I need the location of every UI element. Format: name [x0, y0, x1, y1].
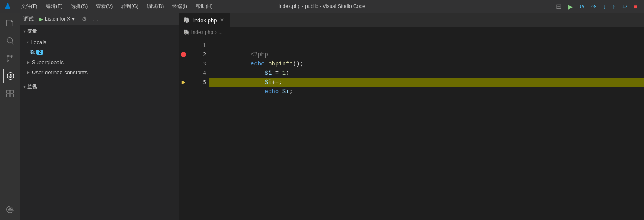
user-defined-label: User defined constants	[32, 69, 88, 76]
svg-rect-7	[7, 90, 10, 93]
superglobals-tree-item[interactable]: ▶ Superglobals	[20, 57, 179, 67]
listen-btn-label: Listen for X	[45, 16, 70, 22]
variables-chevron-icon: ▾	[23, 29, 26, 34]
menu-help[interactable]: 帮助(H)	[192, 2, 216, 11]
debug-panel-label: 调试	[23, 16, 34, 23]
editor-margin: ▶	[179, 37, 188, 220]
title-bar: ♟ 文件(F) 编辑(E) 选择(S) 查看(V) 转到(G) 调试(D) 终端…	[0, 0, 644, 13]
tab-filename: index.php	[193, 17, 217, 24]
breadcrumb: 🐘 index.php › ...	[179, 27, 644, 37]
gear-icon[interactable]: ⚙	[80, 15, 89, 23]
menu-terminal[interactable]: 终端(I)	[169, 2, 190, 11]
more-icon[interactable]: …	[91, 15, 101, 23]
debug-listen-button[interactable]: ▶ Listen for X ▾	[36, 15, 78, 23]
breadcrumb-separator: ›	[215, 29, 217, 35]
main-layout: 调试 ▶ Listen for X ▾ ⚙ … ▾ 变量 ▾ Locals $i…	[0, 13, 644, 220]
restart-button[interactable]: ↺	[577, 3, 587, 11]
svg-point-4	[7, 60, 9, 62]
step-into-button[interactable]: ↓	[600, 3, 608, 11]
menu-edit[interactable]: 编辑(E)	[42, 2, 66, 11]
php-file-icon: 🐘	[184, 17, 191, 24]
toggle-panel-button[interactable]: ⊟	[553, 2, 564, 11]
php-open-tag: <?php	[251, 51, 268, 58]
locals-chevron-icon: ▾	[27, 40, 29, 45]
locals-tree-item[interactable]: ▾ Locals	[20, 37, 179, 47]
tab-bar: 🐘 index.php ✕	[179, 13, 644, 27]
svg-rect-10	[10, 94, 13, 97]
menu-file[interactable]: 文件(F)	[18, 2, 41, 11]
svg-line-1	[12, 42, 13, 44]
php-file-icon-breadcrumb: 🐘	[184, 29, 190, 35]
stop-button[interactable]: ■	[631, 3, 640, 11]
title-bar-left: ♟ 文件(F) 编辑(E) 选择(S) 查看(V) 转到(G) 调试(D) 终端…	[4, 2, 216, 11]
window-title: index.php - public - Visual Studio Code	[279, 3, 365, 9]
svg-rect-9	[7, 94, 10, 97]
debug-toolbar: 调试 ▶ Listen for X ▾ ⚙ …	[20, 13, 179, 25]
line-number-5: 5	[188, 78, 209, 87]
editor-tab-index-php[interactable]: 🐘 index.php ✕	[179, 13, 230, 27]
svg-rect-8	[10, 90, 13, 93]
user-defined-chevron-icon: ▶	[27, 70, 30, 75]
breadcrumb-more[interactable]: ...	[218, 29, 222, 35]
line-number-4: 4	[188, 68, 209, 78]
back-button[interactable]: ↩	[620, 3, 630, 11]
docker-icon[interactable]	[3, 202, 17, 217]
line-number-3: 3	[188, 59, 209, 68]
play-icon: ▶	[39, 16, 43, 22]
superglobals-chevron-icon: ▶	[27, 60, 30, 65]
line-numbers: 1 2 3 4 5	[188, 37, 209, 220]
code-line-2: echo phpinfo();	[209, 50, 644, 59]
code-line-1: <?php	[209, 41, 644, 50]
code-content[interactable]: <?php echo phpinfo(); $i = 1; $i++; echo	[209, 37, 644, 220]
menu-debug[interactable]: 调试(D)	[144, 2, 168, 11]
current-line-arrow: ▶	[182, 78, 185, 87]
source-control-icon[interactable]	[3, 51, 17, 65]
extensions-icon[interactable]	[3, 86, 17, 101]
files-icon[interactable]	[3, 16, 17, 30]
variables-section-header[interactable]: ▾ 变量	[20, 25, 179, 37]
menu-goto[interactable]: 转到(G)	[118, 2, 142, 11]
variable-name: $i:	[30, 49, 36, 55]
locals-label: Locals	[31, 39, 47, 45]
breadcrumb-filename[interactable]: index.php	[191, 29, 213, 35]
code-editor[interactable]: ▶ 1 2 3 4 5 <?php echo phpinfo();	[179, 37, 644, 220]
watch-chevron-icon: ▾	[23, 84, 26, 89]
line-number-1: 1	[188, 41, 209, 50]
variable-i-row[interactable]: $i: 2	[20, 47, 179, 57]
margin-line-1	[179, 41, 188, 50]
debug-run-icon[interactable]	[3, 69, 17, 83]
variables-section-title: 变量	[27, 28, 37, 34]
menu-selection[interactable]: 选择(S)	[67, 2, 91, 11]
svg-point-0	[7, 38, 13, 43]
step-out-button[interactable]: ↑	[610, 3, 618, 11]
tab-close-button[interactable]: ✕	[219, 17, 225, 24]
breakpoint-indicator	[181, 52, 186, 57]
superglobals-label: Superglobals	[32, 59, 64, 65]
variables-panel: ▾ 变量 ▾ Locals $i: 2 ▶ Superglobals ▶ Use	[20, 25, 179, 220]
search-icon[interactable]	[3, 34, 17, 48]
continue-button[interactable]: ▶	[566, 3, 575, 11]
debug-sidebar: 调试 ▶ Listen for X ▾ ⚙ … ▾ 变量 ▾ Locals $i…	[20, 13, 179, 220]
vscode-logo-icon: ♟	[4, 2, 11, 11]
margin-line-2	[179, 50, 188, 59]
variable-value-badge: 2	[36, 50, 43, 55]
margin-line-5: ▶	[179, 78, 188, 87]
svg-point-2	[7, 55, 9, 57]
line-number-2: 2	[188, 50, 209, 59]
dropdown-arrow-icon: ▾	[72, 16, 75, 22]
watch-section-title: 监视	[27, 84, 37, 90]
step-over-button[interactable]: ↷	[589, 3, 599, 11]
menu-view[interactable]: 查看(V)	[93, 2, 116, 11]
watch-section-header[interactable]: ▾ 监视	[20, 81, 179, 92]
svg-point-3	[12, 55, 13, 57]
editor-area: 🐘 index.php ✕ 🐘 index.php › ...	[179, 13, 644, 220]
user-defined-constants-tree-item[interactable]: ▶ User defined constants	[20, 67, 179, 77]
margin-line-3	[179, 59, 188, 68]
menu-bar: 文件(F) 编辑(E) 选择(S) 查看(V) 转到(G) 调试(D) 终端(I…	[18, 2, 216, 11]
activity-bar	[0, 13, 20, 220]
margin-line-4	[179, 68, 188, 78]
